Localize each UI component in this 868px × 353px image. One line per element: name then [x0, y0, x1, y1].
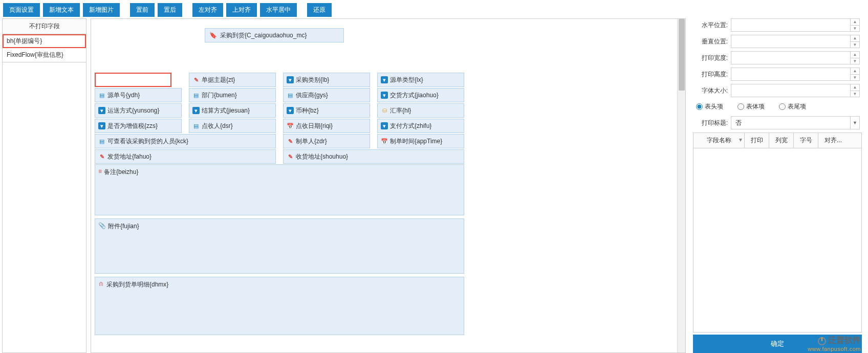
print-width-input[interactable]: ▲▼ — [731, 51, 860, 64]
field-label: 源单类型{lx} — [390, 76, 423, 84]
spin-down-icon[interactable]: ▼ — [851, 91, 859, 97]
field-box[interactable]: ▤源单号{ydh} — [95, 88, 182, 102]
v-pos-input[interactable]: ▲▼ — [731, 35, 860, 48]
spin-down-icon[interactable]: ▼ — [851, 26, 859, 32]
spin-up-icon[interactable]: ▲ — [851, 52, 859, 58]
field-label: 收货地址{shouhuo} — [296, 152, 348, 161]
field-box[interactable]: ▾交货方式{jiaohuo} — [377, 88, 464, 102]
field-label: 制单人{zdr} — [296, 137, 327, 146]
font-size-input[interactable]: ▲▼ — [731, 84, 860, 97]
h-center-button[interactable]: 水平居中 — [260, 3, 297, 17]
big-field-box[interactable]: 📎附件{fujian} — [95, 218, 464, 274]
field-box[interactable]: 📅点收日期{riqi} — [283, 119, 370, 133]
toolbar: 页面设置 新增文本 新增图片 置前 置后 左对齐 上对齐 水平居中 还原 — [0, 0, 868, 20]
field-label: 支付方式{zhifu} — [390, 122, 431, 130]
canvas[interactable]: 🔖 采购到货{C_caigoudaohuo_mc} ✎单据主题{zt}▾采购类别… — [91, 19, 685, 352]
add-image-button[interactable]: 新增图片 — [83, 3, 120, 17]
field-box[interactable]: ▤点收人{dsr} — [189, 119, 276, 133]
field-box[interactable]: ▤部门{bumen} — [189, 88, 276, 102]
align-top-button[interactable]: 上对齐 — [226, 3, 257, 17]
field-label: 供应商{gys} — [296, 91, 328, 100]
notes-icon: ≡ — [98, 168, 102, 212]
title-field[interactable]: 🔖 采购到货{C_caigoudaohuo_mc} — [205, 28, 344, 42]
date-icon: 📅 — [287, 122, 294, 129]
spin-down-icon[interactable]: ▼ — [851, 42, 859, 48]
grid-col-header[interactable]: 列宽 — [769, 133, 794, 148]
spin-up-icon[interactable]: ▲ — [851, 19, 859, 26]
spin-up-icon[interactable]: ▲ — [851, 68, 859, 75]
field-label: 点收人{dsr} — [202, 122, 233, 130]
print-height-input[interactable]: ▲▼ — [731, 68, 860, 81]
print-height-label: 打印高度: — [695, 70, 731, 79]
main-area: 不打印字段 bh{单据编号}FixedFlow{审批信息} 🔖 采购到货{C_c… — [2, 18, 862, 353]
field-label: 交货方式{jiaohuo} — [390, 91, 439, 100]
restore-button[interactable]: 还原 — [307, 3, 332, 17]
field-box[interactable]: ▾结算方式{jiesuan} — [189, 103, 276, 118]
spin-up-icon[interactable]: ▲ — [851, 84, 859, 91]
big-field-box[interactable]: ≡备注{beizhu} — [95, 164, 464, 215]
page-setup-button[interactable]: 页面设置 — [3, 3, 40, 17]
drop-icon: ▾ — [287, 107, 294, 114]
field-box[interactable]: 📅制单时间{appTime} — [377, 134, 464, 148]
chevron-down-icon[interactable]: ▾ — [739, 136, 742, 143]
print-title-combo[interactable]: 否 ▼ — [731, 116, 860, 129]
book-icon: ▤ — [98, 92, 105, 99]
big-field-box[interactable]: ⫙采购到货单明细{dhmx} — [95, 277, 464, 335]
spin-down-icon[interactable]: ▼ — [851, 75, 859, 81]
field-label: 采购到货单明细{dhmx} — [106, 280, 168, 332]
align-left-button[interactable]: 左对齐 — [192, 3, 223, 17]
field-label: 源单号{ydh} — [107, 91, 140, 100]
field-box[interactable]: ▤可查看该采购到货的人员{kck} — [95, 134, 276, 148]
sidebar-item[interactable]: bh{单据编号} — [3, 34, 86, 48]
chevron-down-icon[interactable]: ▼ — [850, 117, 859, 129]
field-label: 部门{bumen} — [202, 91, 237, 100]
tag-icon: 🔖 — [209, 32, 217, 39]
h-pos-input[interactable]: ▲▼ — [731, 18, 860, 32]
scrollbar[interactable] — [677, 19, 685, 352]
date-icon: 📅 — [381, 138, 388, 145]
grid-col-header[interactable]: 对齐... — [818, 133, 848, 148]
drop-icon: ▾ — [98, 122, 105, 129]
field-box[interactable]: ▤供应商{gys} — [283, 88, 370, 102]
title-field-label: 采购到货{C_caigoudaohuo_mc} — [220, 31, 307, 40]
radio-tail[interactable]: 表尾项 — [779, 102, 806, 111]
section-radio-group: 表头项 表体项 表尾项 — [693, 100, 862, 113]
grid-col-header[interactable]: 打印 — [745, 133, 769, 148]
field-box[interactable]: ▾币种{bz} — [283, 103, 370, 118]
field-label: 结算方式{jiesuan} — [202, 106, 250, 115]
drop-icon: ▾ — [287, 76, 294, 83]
book-icon: ▤ — [287, 92, 294, 99]
field-box[interactable]: ▾采购类别{lb} — [283, 73, 370, 87]
v-pos-label: 垂直位置: — [695, 37, 731, 46]
radio-body[interactable]: 表体项 — [737, 102, 765, 111]
spin-up-icon[interactable]: ▲ — [851, 35, 859, 42]
field-box[interactable]: ✎制单人{zdr} — [283, 134, 370, 148]
field-box[interactable]: ✎单据主题{zt} — [189, 73, 276, 87]
grid-col-header[interactable]: 字号 — [794, 133, 818, 148]
spin-down-icon[interactable]: ▼ — [851, 58, 859, 64]
print-title-value: 否 — [731, 117, 859, 129]
send-back-button[interactable]: 置后 — [158, 3, 182, 17]
edit-icon: ✎ — [98, 153, 105, 160]
field-box[interactable]: ▾支付方式{zhifu} — [377, 119, 464, 133]
brand-name: 泛普软件 — [828, 336, 861, 344]
radio-head[interactable]: 表头项 — [696, 102, 723, 111]
add-text-button[interactable]: 新增文本 — [43, 3, 80, 17]
drop-icon: ▾ — [98, 107, 105, 114]
grid-col-header[interactable]: 字段名称▾ — [693, 133, 745, 148]
grid-body[interactable] — [693, 148, 862, 333]
footer-logo: 泛普软件 www.fanpusoft.com — [808, 335, 861, 352]
brand-url: www.fanpusoft.com — [808, 346, 861, 352]
book-icon: ▤ — [192, 92, 200, 99]
selected-empty-field[interactable] — [95, 73, 171, 87]
field-box[interactable]: ⛁汇率{hl} — [377, 103, 464, 118]
field-box[interactable]: ▾源单类型{lx} — [377, 73, 464, 87]
bring-front-button[interactable]: 置前 — [130, 3, 155, 17]
scrollbar-thumb[interactable] — [679, 19, 685, 91]
field-box[interactable]: ▾运送方式{yunsong} — [95, 103, 182, 118]
field-box[interactable]: ▾是否为增值税{zzs} — [95, 119, 182, 133]
field-box[interactable]: ✎发货地址{fahuo} — [95, 149, 276, 164]
edit-icon: ✎ — [287, 153, 294, 160]
sidebar-item[interactable]: FixedFlow{审批信息} — [3, 48, 86, 62]
field-box[interactable]: ✎收货地址{shouhuo} — [283, 149, 464, 164]
